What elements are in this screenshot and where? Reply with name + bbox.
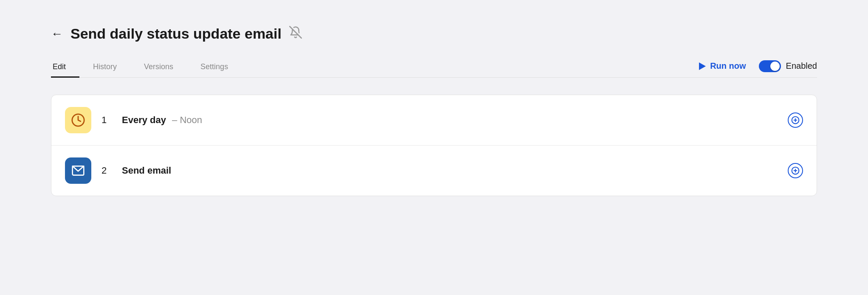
page-title: Send daily status update email (70, 25, 282, 42)
step-1-sublabel: – Noon (172, 115, 202, 125)
workflow-list: 1 Every day – Noon 2 Send email (51, 95, 817, 196)
tab-edit[interactable]: Edit (51, 57, 79, 78)
tabs-bar: Edit History Versions Settings Run now E… (51, 57, 817, 78)
enabled-label-text: Enabled (786, 61, 817, 71)
run-now-label: Run now (710, 61, 746, 71)
svg-line-0 (290, 26, 302, 38)
clock-step-icon (65, 107, 91, 133)
step-1-label: Every day – Noon (122, 115, 778, 126)
add-step-1-button[interactable] (788, 112, 803, 128)
tab-versions[interactable]: Versions (130, 57, 187, 78)
add-step-2-button[interactable] (788, 163, 803, 178)
back-button[interactable]: ← (51, 28, 63, 40)
enabled-toggle[interactable] (759, 60, 781, 72)
play-icon (699, 62, 706, 70)
run-now-button[interactable]: Run now (699, 61, 746, 71)
action-bar: Run now Enabled (699, 60, 817, 75)
toggle-slider (759, 60, 781, 72)
tab-settings[interactable]: Settings (187, 57, 242, 78)
step-2-number: 2 (101, 165, 112, 176)
tab-group: Edit History Versions Settings (51, 57, 242, 77)
tab-history[interactable]: History (79, 57, 130, 78)
table-row: 2 Send email (51, 146, 817, 196)
step-1-number: 1 (101, 115, 112, 126)
table-row: 1 Every day – Noon (51, 95, 817, 146)
notification-bell-icon[interactable] (289, 26, 302, 42)
step-2-label: Send email (122, 165, 778, 176)
enabled-toggle-label[interactable]: Enabled (759, 60, 817, 72)
email-step-icon (65, 157, 91, 184)
